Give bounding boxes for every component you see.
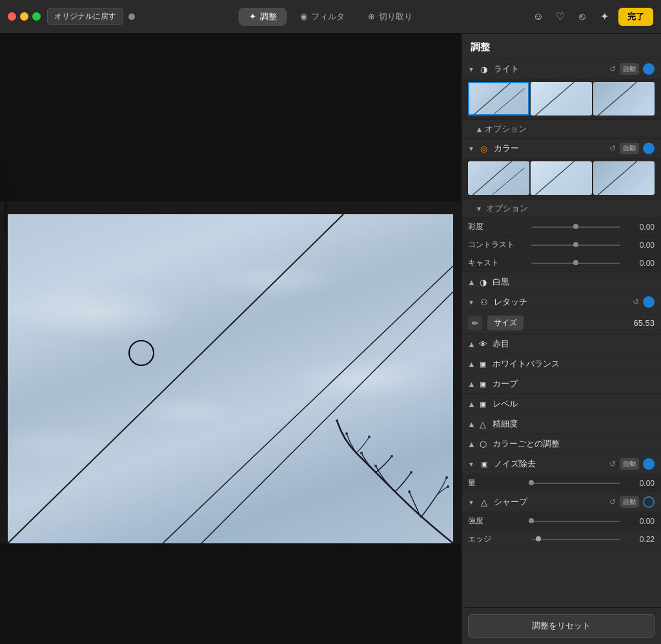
section-bw[interactable]: ▶ ◑ 白黒	[462, 272, 661, 292]
saturation-track[interactable]	[531, 226, 620, 228]
reset-adjustments-button[interactable]: 調整をリセット	[468, 614, 655, 638]
svg-line-2	[6, 177, 13, 209]
sharpness-label: 精細度	[493, 418, 655, 430]
light-auto[interactable]: 自動	[620, 63, 639, 75]
section-wb[interactable]: ▶ ▣ ホワイトバランス	[462, 354, 661, 374]
section-retouch[interactable]: ▼ ⚇ レタッチ ↺	[462, 292, 661, 312]
noise-amount-value: 0.00	[625, 479, 655, 488]
photo-background	[8, 214, 453, 543]
revert-button[interactable]: オリジナルに戻す	[47, 8, 123, 25]
section-color[interactable]: ▼ ◎ カラー ↺ 自動	[462, 139, 661, 159]
thumb-color-wire-2	[531, 161, 592, 195]
tab-crop[interactable]: ⊕ 切り取り	[358, 8, 423, 26]
saturation-value: 0.00	[625, 223, 655, 232]
sharpen-strength-label: 強度	[468, 516, 526, 527]
contrast-track[interactable]	[531, 245, 620, 246]
section-sharpen[interactable]: ▼ △ シャープ ↺ 自動	[462, 492, 661, 512]
options-label-2: オプション	[486, 203, 528, 214]
section-curve[interactable]: ▶ ▣ カーブ	[462, 374, 661, 394]
color-toggle[interactable]	[643, 143, 655, 154]
chevron-color: ▼	[468, 145, 474, 152]
sharpen-toggle[interactable]	[643, 496, 655, 508]
cast-label: キャスト	[468, 257, 526, 268]
thumb-wire-1	[468, 82, 529, 116]
noise-amount-track[interactable]	[531, 483, 620, 484]
section-color-adj[interactable]: ▶ ⬡ カラーごとの調整	[462, 434, 661, 454]
thumb-color-wire-3	[593, 161, 655, 195]
options-row-2[interactable]: ▼ オプション	[462, 199, 661, 218]
minimize-button[interactable]	[20, 12, 28, 21]
done-button[interactable]: 完了	[618, 8, 653, 26]
thumb-color-3[interactable]	[593, 161, 655, 195]
redeye-icon: 👁	[477, 338, 489, 350]
sharpen-edge-track[interactable]	[531, 539, 620, 540]
section-sharpness[interactable]: ▶ △ 精細度	[462, 414, 661, 434]
cast-thumb[interactable]	[573, 260, 578, 265]
contrast-label: コントラスト	[468, 239, 526, 250]
photo-container[interactable]	[8, 214, 453, 543]
color-auto[interactable]: 自動	[620, 143, 639, 154]
color-undo[interactable]: ↺	[609, 144, 616, 153]
noise-toggle[interactable]	[643, 458, 655, 470]
panel-footer: 調整をリセット	[462, 607, 661, 644]
chevron-sharpness: ▶	[467, 421, 474, 427]
chevron-redeye: ▶	[467, 341, 474, 347]
chevron-options-1: ▶	[475, 126, 482, 132]
retouch-toggle[interactable]	[643, 296, 655, 308]
heart-icon[interactable]: ♡	[553, 9, 568, 25]
sparkle-icon[interactable]: ✦	[596, 9, 612, 25]
saturation-thumb[interactable]	[573, 224, 578, 229]
color-adj-label: カラーごとの調整	[493, 438, 655, 450]
light-toggle[interactable]	[643, 63, 655, 75]
chevron-options-2: ▼	[476, 205, 482, 212]
sharpen-edge-thumb[interactable]	[536, 536, 541, 541]
thumb-color-2[interactable]	[531, 161, 592, 195]
filter-icon: ◉	[300, 12, 307, 21]
retouch-undo[interactable]: ↺	[633, 297, 639, 307]
light-icon: ◑	[478, 63, 490, 75]
share-icon[interactable]: ⎋	[575, 9, 590, 25]
sharpen-strength-track[interactable]	[531, 521, 620, 522]
size-button[interactable]: サイズ	[487, 316, 524, 330]
chevron-levels: ▶	[467, 401, 474, 407]
thumb-light-2[interactable]	[531, 82, 592, 116]
tab-adjust[interactable]: ✦ 調整	[239, 8, 287, 26]
section-light[interactable]: ▼ ◑ ライト ↺ 自動	[462, 59, 661, 79]
close-button[interactable]	[8, 12, 16, 21]
svg-point-18	[408, 490, 411, 493]
photo-area	[0, 34, 461, 644]
emoji-icon[interactable]: ☺	[531, 9, 546, 25]
noise-auto[interactable]: 自動	[620, 458, 639, 470]
levels-icon: ▣	[477, 398, 489, 410]
contrast-thumb[interactable]	[573, 242, 578, 247]
curve-icon: ▣	[477, 378, 489, 390]
section-levels[interactable]: ▶ ▣ レベル	[462, 394, 661, 414]
tab-group: ✦ 調整 ◉ フィルタ ⊕ 切り取り	[239, 8, 423, 26]
slider-sharpen-edge: エッジ 0.22	[462, 530, 661, 548]
sharpen-auto[interactable]: 自動	[620, 496, 639, 508]
thumb-color-1[interactable]	[468, 161, 529, 195]
curve-label: カーブ	[493, 378, 655, 390]
sharpen-strength-thumb[interactable]	[529, 518, 534, 523]
noise-undo[interactable]: ↺	[609, 459, 616, 468]
section-redeye[interactable]: ▶ 👁 赤目	[462, 334, 661, 354]
fullscreen-button[interactable]	[32, 12, 41, 21]
thumb-light-3[interactable]	[593, 82, 655, 116]
tab-filter[interactable]: ◉ フィルタ	[290, 8, 355, 26]
bw-label: 白黒	[493, 276, 655, 288]
panel-scroll-area[interactable]: ▼ ◑ ライト ↺ 自動	[462, 59, 661, 607]
section-noise[interactable]: ▼ ▣ ノイズ除去 ↺ 自動	[462, 454, 661, 474]
light-undo[interactable]: ↺	[609, 65, 616, 74]
cast-track[interactable]	[531, 263, 620, 264]
options-row-1[interactable]: ▶ オプション	[462, 120, 661, 139]
thumb-light-1[interactable]	[468, 82, 529, 116]
sharpen-edge-value: 0.22	[625, 535, 655, 544]
redeye-label: 赤目	[493, 338, 655, 350]
options-label-1: オプション	[485, 123, 527, 135]
sharpen-undo[interactable]: ↺	[609, 498, 616, 507]
light-actions: ↺ 自動	[609, 63, 655, 75]
svg-point-17	[447, 485, 449, 488]
noise-amount-thumb[interactable]	[529, 480, 534, 485]
levels-label: レベル	[493, 398, 655, 410]
crop-icon: ⊕	[368, 12, 375, 21]
